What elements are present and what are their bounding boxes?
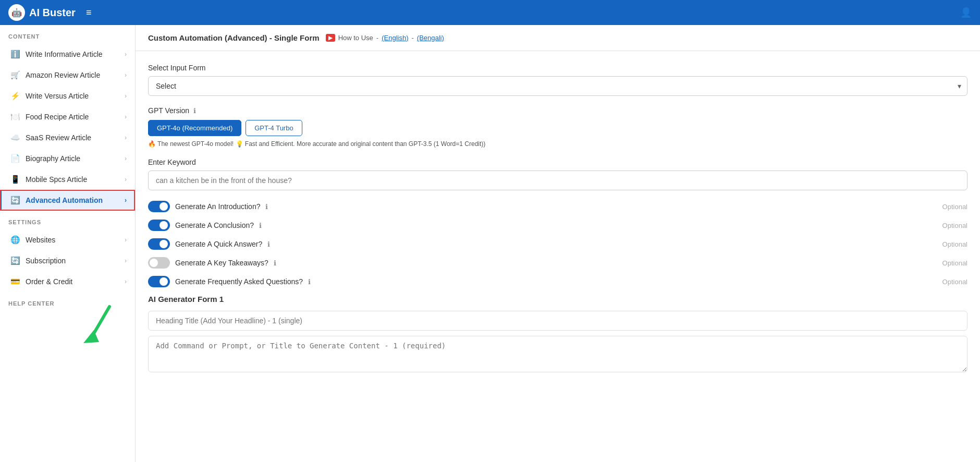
sidebar-item-label: Write Informative Article [26,50,103,58]
sidebar-item-subscription[interactable]: 🔄 Subscription › [0,250,135,271]
select-input-form-group: Select Input Form Select ▾ [148,64,967,96]
sidebar-item-write-informative[interactable]: ℹ️ Write Informative Article › [0,44,135,65]
gpt-4o-button[interactable]: GPT-4o (Recommended) [148,120,241,136]
sidebar-item-food-recipe[interactable]: 🍽️ Food Recipe Article › [0,106,135,127]
quick-answer-info-icon[interactable]: ℹ [267,240,270,248]
logo-text: AI Buster [29,7,76,19]
sidebar-item-label: Order & Credit [26,277,72,286]
keyword-group: Enter Keyword [148,158,967,190]
ai-generator-form-1: AI Generator Form 1 [148,295,967,374]
toggle-intro-label: Generate An Introduction? [175,202,260,211]
subscription-icon: 🔄 [10,256,20,265]
keyword-input[interactable] [148,171,967,190]
key-takeaways-info-icon[interactable]: ℹ [274,259,276,267]
quick-answer-optional: Optional [942,240,967,248]
chevron-right-icon: › [125,197,127,204]
logo-area: 🤖 AI Buster [8,4,76,21]
nav-left: 🤖 AI Buster ≡ [8,4,91,21]
hamburger-menu[interactable]: ≡ [86,7,92,18]
toggle-row-key-takeaways: Generate A Key Takeaways? ℹ Optional [148,257,967,269]
sidebar-item-label: Advanced Automation [26,196,103,204]
sidebar-item-amazon-review[interactable]: 🛒 Amazon Review Article › [0,65,135,86]
toggle-conclusion[interactable] [148,220,170,231]
write-versus-icon: ⚡ [10,91,20,101]
sidebar-item-label: Mobile Spcs Article [26,175,87,184]
sidebar: CONTENT ℹ️ Write Informative Article › 🛒… [0,25,136,462]
keyword-label: Enter Keyword [148,158,967,166]
sidebar-item-saas-review[interactable]: ☁️ SaaS Review Article › [0,127,135,148]
sidebar-item-write-versus[interactable]: ⚡ Write Versus Article › [0,86,135,106]
conclusion-info-icon[interactable]: ℹ [259,222,262,229]
conclusion-optional: Optional [942,222,967,229]
toggle-faq[interactable] [148,276,170,287]
faq-info-icon[interactable]: ℹ [308,278,311,286]
faq-optional: Optional [942,278,967,286]
main-content: Custom Automation (Advanced) - Single Fo… [136,25,980,462]
sidebar-item-label: Write Versus Article [26,92,89,100]
how-to-label: How to Use [338,34,373,42]
settings-section-label: SETTINGS [0,211,135,229]
nav-user-icon[interactable]: 👤 [960,7,972,18]
chevron-icon: › [125,278,127,285]
top-nav: 🤖 AI Buster ≡ 👤 [0,0,980,25]
lang-bengali-link[interactable]: (Bengali) [417,34,444,42]
biography-icon: 📄 [10,154,20,163]
chevron-icon: › [125,257,127,264]
form-area: Select Input Form Select ▾ GPT Version ℹ… [136,51,980,397]
toggle-quick-answer[interactable] [148,238,170,250]
gpt-info-icon[interactable]: ℹ [193,107,196,115]
sidebar-item-label: Subscription [26,257,66,265]
sidebar-item-mobile-spcs[interactable]: 📱 Mobile Spcs Article › [0,169,135,190]
toggle-row-faq: Generate Frequently Asked Questions? ℹ O… [148,276,967,287]
chevron-icon: › [125,113,127,120]
chevron-icon: › [125,92,127,100]
intro-optional: Optional [942,203,967,211]
toggle-key-takeaways[interactable] [148,257,170,269]
sidebar-item-advanced-automation[interactable]: 🔄 Advanced Automation › [0,190,135,211]
toggle-intro[interactable] [148,201,170,212]
how-to-badge: ▶ How to Use - (English) - (Bengali) [326,34,444,42]
order-credit-icon: 💳 [10,277,20,286]
food-recipe-icon: 🍽️ [10,112,20,121]
chevron-icon: › [125,71,127,79]
heading-title-input[interactable] [148,311,967,331]
gpt-4-turbo-button[interactable]: GPT-4 Turbo [246,120,302,136]
gpt-version-label: GPT Version [148,106,189,115]
gpt-version-group: GPT Version ℹ GPT-4o (Recommended) GPT-4… [148,106,967,148]
saas-review-icon: ☁️ [10,133,20,142]
key-takeaways-optional: Optional [942,259,967,267]
websites-icon: 🌐 [10,235,20,245]
ai-generator-form-title: AI Generator Form 1 [148,295,967,303]
sidebar-item-label: SaaS Review Article [26,133,91,142]
youtube-badge: ▶ [326,34,335,42]
chevron-icon: › [125,236,127,244]
chevron-icon: › [125,155,127,162]
toggle-row-intro: Generate An Introduction? ℹ Optional [148,201,967,212]
sidebar-item-biography[interactable]: 📄 Biography Article › [0,148,135,169]
advanced-automation-icon: 🔄 [10,196,20,205]
select-input-form[interactable]: Select [148,76,967,96]
page-title: Custom Automation (Advanced) - Single Fo… [148,33,320,42]
lang-english-link[interactable]: (English) [382,34,408,42]
app-body: CONTENT ℹ️ Write Informative Article › 🛒… [0,25,980,462]
sidebar-item-label: Biography Article [26,154,80,163]
content-section-label: CONTENT [0,25,135,44]
help-section-label: HELP CENTER [0,292,135,311]
write-informative-icon: ℹ️ [10,50,20,59]
sidebar-item-websites[interactable]: 🌐 Websites › [0,229,135,250]
toggle-key-takeaways-label: Generate A Key Takeaways? [175,259,268,267]
gpt-note: 🔥 The newest GPT-4o model! 💡 Fast and Ef… [148,140,967,148]
select-wrapper: Select ▾ [148,76,967,96]
sidebar-item-label: Websites [26,236,55,244]
mobile-spcs-icon: 📱 [10,175,20,184]
sidebar-item-label: Food Recipe Article [26,113,89,121]
chevron-icon: › [125,51,127,58]
chevron-icon: › [125,134,127,141]
command-prompt-textarea[interactable] [148,336,967,372]
page-header: Custom Automation (Advanced) - Single Fo… [136,25,980,51]
chevron-icon: › [125,176,127,183]
toggle-faq-label: Generate Frequently Asked Questions? [175,277,303,286]
sidebar-item-order-credit[interactable]: 💳 Order & Credit › [0,271,135,292]
gpt-buttons: GPT-4o (Recommended) GPT-4 Turbo [148,120,967,136]
intro-info-icon[interactable]: ℹ [265,203,268,211]
